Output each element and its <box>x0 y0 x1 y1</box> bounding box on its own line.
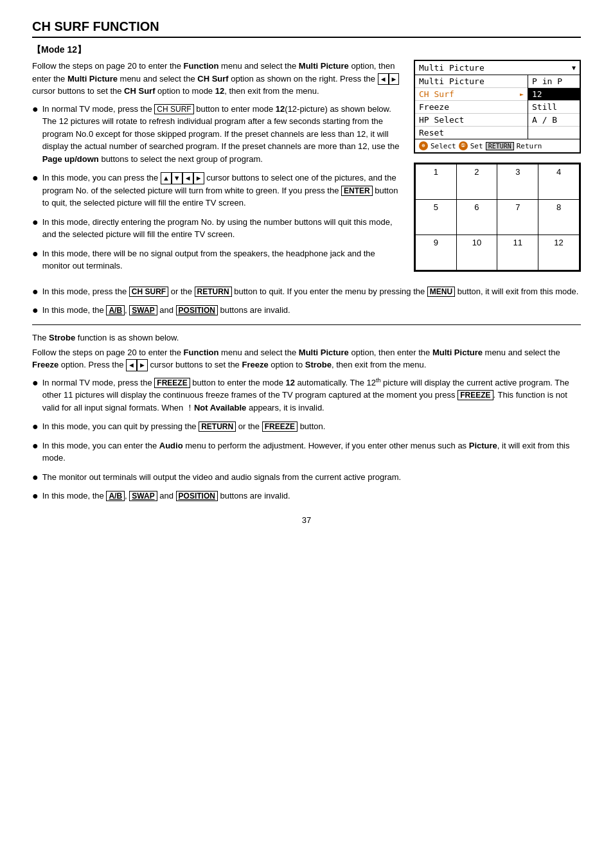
strobe-bullet-icon-5: ● <box>32 490 39 502</box>
grid-display: 1 2 3 4 5 6 7 8 9 10 11 12 <box>414 163 581 272</box>
strobe-bullet-5: ● In this mode, the A/B, SWAP and POSITI… <box>32 490 581 502</box>
freeze-kbd3: FREEZE <box>262 421 298 432</box>
strobe-bullet-text-4: The monitor out terminals will output th… <box>42 471 581 484</box>
strobe-bullet-text-3: In this mode, you can enter the Audio me… <box>42 439 581 465</box>
bullet-item-1: ● In normal TV mode, press the CH SURF b… <box>32 103 401 166</box>
strobe-bullet-text-2: In this mode, you can quit by pressing t… <box>42 420 581 433</box>
menu-item-label-chsurf: CH Surf <box>419 89 454 99</box>
grid-cell-12: 12 <box>538 235 580 270</box>
grid-cell-6: 6 <box>456 200 497 235</box>
bullet-icon-6: ● <box>32 304 39 316</box>
bullet-icon-3: ● <box>32 216 39 228</box>
position-kbd2: POSITION <box>176 491 218 501</box>
grid-cell-1: 1 <box>416 164 457 200</box>
menu-display: Multi Picture ▼ Multi Picture CH Surf ► … <box>414 60 581 154</box>
footer-set-label: Set <box>470 142 483 150</box>
bullet-icon-2: ● <box>32 172 39 184</box>
select-icon: ⊕ <box>419 141 428 150</box>
grid-cell-2: 2 <box>456 164 497 200</box>
freeze-kbd2: FREEZE <box>458 390 493 400</box>
menu-value-12: 12 <box>528 88 580 101</box>
ch-surf-kbd2: CH SURF <box>129 287 168 297</box>
bullet-item-4: ● In this mode, there will be no signal … <box>32 247 401 272</box>
menu-arrow-down: ▼ <box>572 64 576 71</box>
bullet-text-1: In normal TV mode, press the CH SURF but… <box>42 103 401 166</box>
cursor-right2-btn: ► <box>193 172 204 184</box>
grid-table: 1 2 3 4 5 6 7 8 9 10 11 12 <box>415 164 580 270</box>
grid-row-1: 1 2 3 4 <box>416 164 580 200</box>
menu-value-ab: A / B <box>528 114 580 127</box>
grid-cell-11: 11 <box>497 235 538 270</box>
strobe-bullet-icon-4: ● <box>32 471 39 483</box>
swap-kbd: SWAP <box>129 305 157 315</box>
menu-value-empty <box>528 127 580 139</box>
menu-item-ch-surf: CH Surf ► <box>415 88 528 101</box>
strobe-bullet-icon-3: ● <box>32 439 39 452</box>
bullet-text-5: In this mode, press the CH SURF or the R… <box>42 285 581 298</box>
menu-header: Multi Picture ▼ <box>415 61 580 75</box>
grid-row-3: 9 10 11 12 <box>416 235 580 270</box>
mode-heading: 【Mode 12】 <box>32 44 581 56</box>
ab-kbd2: A/B <box>106 491 125 501</box>
bullet-item-2: ● In this mode, you can press the ▲▼◄► c… <box>32 172 401 209</box>
strobe-bullet-2: ● In this mode, you can quit by pressing… <box>32 420 581 433</box>
menu-footer: ⊕ Select ① Set RETURN Return <box>415 139 580 152</box>
strobe-heading: The Strobe function is as shown below. <box>32 333 581 342</box>
bullet-icon-4: ● <box>32 247 39 260</box>
page-title: CH SURF FUNCTION <box>32 19 581 38</box>
strobe-bullet-1: ● In normal TV mode, press the FREEZE bu… <box>32 376 581 414</box>
bullet-item-5: ● In this mode, press the CH SURF or the… <box>32 285 581 298</box>
set-icon: ① <box>459 141 468 150</box>
footer-return-label: Return <box>517 142 542 150</box>
return-kbd: RETURN <box>486 142 514 150</box>
bullet-icon-1: ● <box>32 103 39 115</box>
ab-kbd: A/B <box>106 305 125 315</box>
menu-item-label-reset: Reset <box>419 128 444 137</box>
grid-cell-8: 8 <box>538 200 580 235</box>
menu-value-pip: P in P <box>528 75 580 88</box>
menu-item-label-multi: Multi Picture <box>419 76 484 86</box>
menu-item-label-freeze: Freeze <box>419 102 449 112</box>
menu-item-label-hp: HP Select <box>419 115 464 125</box>
menu-values-list: P in P 12 Still A / B <box>528 75 580 139</box>
menu-item-freeze: Freeze <box>415 101 528 114</box>
menu-body: Multi Picture CH Surf ► Freeze HP Select… <box>415 75 580 139</box>
cursor-right-btn: ► <box>389 73 400 85</box>
grid-cell-10: 10 <box>456 235 497 270</box>
grid-cell-5: 5 <box>416 200 457 235</box>
freeze-kbd: FREEZE <box>154 378 190 388</box>
strobe-bullet-text-1: In normal TV mode, press the FREEZE butt… <box>42 376 581 414</box>
right-column: Multi Picture ▼ Multi Picture CH Surf ► … <box>414 60 581 279</box>
menu-item-multi-picture: Multi Picture <box>415 75 528 88</box>
menu-kbd: MENU <box>427 287 455 297</box>
enter-kbd: ENTER <box>341 186 373 196</box>
intro-section: Follow the steps on page 20 to enter the… <box>32 60 401 279</box>
menu-item-hp-select: HP Select <box>415 114 528 127</box>
strobe-bullet-4: ● The monitor out terminals will output … <box>32 471 581 484</box>
menu-value-still: Still <box>528 101 580 114</box>
strobe-intro: Follow the steps on page 20 to enter the… <box>32 346 581 371</box>
return-kbd3: RETURN <box>199 421 236 432</box>
bullet-text-4: In this mode, there will be no signal ou… <box>42 247 401 272</box>
return-kbd2: RETURN <box>195 287 232 297</box>
menu-items-list: Multi Picture CH Surf ► Freeze HP Select… <box>415 75 528 139</box>
page-number: 37 <box>32 515 581 525</box>
cursor-up-btn: ▲ <box>161 172 172 184</box>
bullet-text-2: In this mode, you can press the ▲▼◄► cur… <box>42 172 401 209</box>
strobe-bullet-icon-2: ● <box>32 420 39 432</box>
strobe-bullet-3: ● In this mode, you can enter the Audio … <box>32 439 581 465</box>
bullet-text-3: In this mode, directly entering the prog… <box>42 216 401 241</box>
cursor-left-btn: ◄ <box>378 73 389 85</box>
section-divider <box>32 324 581 325</box>
grid-cell-9: 9 <box>416 235 457 270</box>
bullet-text-6: In this mode, the A/B, SWAP and POSITION… <box>42 304 581 317</box>
position-kbd: POSITION <box>176 305 218 315</box>
menu-item-reset: Reset <box>415 127 528 139</box>
swap-kbd2: SWAP <box>129 491 157 501</box>
bullet-item-6: ● In this mode, the A/B, SWAP and POSITI… <box>32 304 581 317</box>
bullet-icon-5: ● <box>32 285 39 297</box>
strobe-bullet-text-5: In this mode, the A/B, SWAP and POSITION… <box>42 490 581 502</box>
footer-select-label: Select <box>431 142 456 150</box>
ch-surf-kbd: CH SURF <box>154 104 193 114</box>
cursor-left2-btn: ◄ <box>182 172 193 184</box>
